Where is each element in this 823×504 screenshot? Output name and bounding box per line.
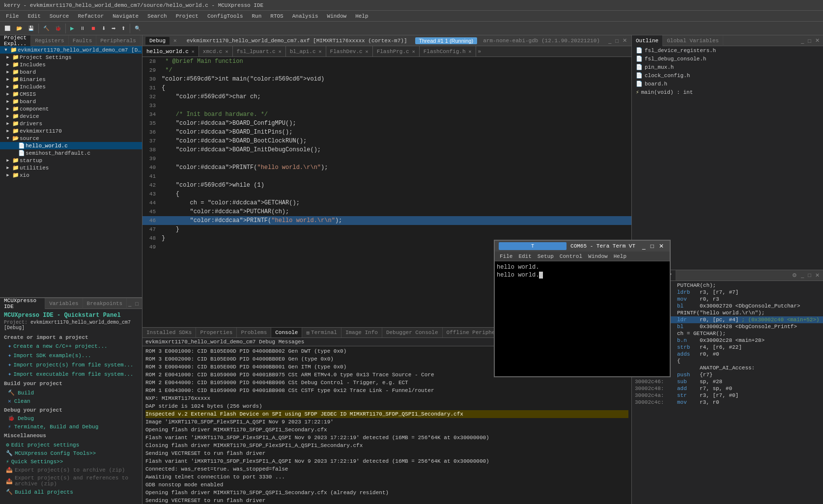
outline-item-board[interactable]: 📄 board.h [632,80,823,88]
tt-menu-help[interactable]: Help [611,253,629,260]
outline-close[interactable]: ✕ [814,37,821,44]
tera-term-minimize[interactable]: _ [640,243,648,250]
qs-misc-configtools[interactable]: 🔧 MCUXpresso Config Tools>> [0,449,142,457]
editor-tab-flashprg-close[interactable]: ✕ [412,49,415,55]
qs-link-import-project[interactable]: ✦ Import project(s) from file system... [0,360,142,369]
tree-item-4[interactable]: ▶📁Includes [0,83,142,90]
tree-item-8[interactable]: ▶📁device [0,112,142,120]
menu-configtools[interactable]: ConfigTools [203,12,247,20]
tab-faults[interactable]: Faults [69,35,97,46]
editor-tab-bl-api[interactable]: bl_api.c ✕ [286,46,326,57]
tt-menu-setup[interactable]: Setup [535,253,557,260]
tree-item-12[interactable]: 📄hello_world.c [0,142,142,149]
tera-term-window[interactable]: T COM65 - Tera Term VT _ □ ✕ File Edit S… [494,240,671,377]
tab-outline[interactable]: Outline [632,35,663,46]
toolbar-open[interactable]: 📂 [14,24,25,32]
disasm-minimize[interactable]: _ [799,272,805,279]
qs-terminate-item[interactable]: ⚡ Terminate, Build and Debug [0,422,142,431]
outline-maximize[interactable]: □ [806,37,813,44]
menu-rtos[interactable]: RTOS [266,12,287,20]
editor-tab-overflow[interactable]: » [476,48,483,56]
qs-misc-edit[interactable]: ⚙ Edit project settings [0,441,142,449]
qs-clean-item[interactable]: ✕ Clean [0,397,142,405]
console-tab-terminal[interactable]: ⊞Terminal [302,327,341,338]
debug-maximize[interactable]: □ [614,37,620,44]
console-tab-image-info[interactable]: Image Info [341,327,382,338]
tt-menu-control[interactable]: Control [557,253,585,260]
editor-tab-flashconfig-close[interactable]: ✕ [469,49,472,55]
tree-item-13[interactable]: 📄semihost_hardfault.c [0,149,142,157]
tab-registers[interactable]: Registers [31,35,68,46]
editor-tab-flashconfig[interactable]: FlashConfig.h ✕ [420,46,476,57]
tree-item-14[interactable]: ▶📁startup [0,157,142,164]
tt-menu-edit[interactable]: Edit [515,253,534,260]
toolbar-search[interactable]: 🔍 [132,24,143,32]
debug-tab-close[interactable]: ✕ [173,37,177,44]
disasm-maximize[interactable]: □ [806,272,813,279]
menu-help[interactable]: Help [351,12,372,20]
tree-item-10[interactable]: ▶📁evkmimxrt1170 [0,127,142,135]
debug-close[interactable]: ✕ [621,37,628,44]
editor-tab-fsl-lpuart[interactable]: fsl_lpuart.c ✕ [233,46,286,57]
tera-term-restore[interactable]: □ [649,243,656,250]
editor-tab-bl-api-close[interactable]: ✕ [319,49,322,55]
toolbar-stop[interactable]: ⏹ [88,24,98,32]
tree-item-6[interactable]: ▶📁board [0,98,142,105]
disasm-settings[interactable]: ⚙ [791,272,798,279]
outline-item-main[interactable]: ⚡ main(void) : int [632,88,823,96]
tab-global-vars[interactable]: Global Variables [663,35,723,46]
qs-maximize[interactable]: □ [134,300,140,307]
editor-tab-fsl-lpuart-close[interactable]: ✕ [279,49,282,55]
console-tab-console[interactable]: Console [271,327,302,338]
tree-root[interactable]: ▼ 📁 evkmimxrt1170_hello_world_demo_cm7 [… [0,46,142,54]
editor-tab-flashprg[interactable]: FlashPrg.c ✕ [373,46,420,57]
tab-project-explorer[interactable]: Project Expl... [0,35,31,46]
menu-edit[interactable]: Edit [24,12,44,20]
project-minimize[interactable]: _ [141,37,142,44]
qs-link-create[interactable]: ✦ Create a new C/C++ project... [0,341,142,351]
tab-variables[interactable]: Variables [45,298,83,309]
toolbar-step-return[interactable]: ⬆ [119,24,128,32]
tt-menu-file[interactable]: File [497,253,515,260]
menu-search[interactable]: Search [143,12,171,20]
tree-item-15[interactable]: ▶📁utilities [0,164,142,171]
tree-item-16[interactable]: ▶📁xio [0,171,142,179]
outline-item-pin-mux[interactable]: 📄 pin_mux.h [632,63,823,71]
tt-menu-window[interactable]: Window [585,253,611,260]
qs-link-import-exe[interactable]: ✦ Import executable from file system... [0,369,142,379]
editor-tab-flashdev-close[interactable]: ✕ [366,49,369,55]
tera-term-close[interactable]: ✕ [657,243,666,250]
qs-minimize[interactable]: _ [127,300,133,307]
tree-item-2[interactable]: ▶📁board [0,68,142,76]
menu-navigate[interactable]: Navigate [109,12,142,20]
disasm-close[interactable]: ✕ [814,272,821,279]
toolbar-suspend[interactable]: ⏸ [78,24,87,32]
qs-misc-build-all[interactable]: 🔨 Build all projects [0,488,142,496]
outline-minimize[interactable]: _ [799,37,805,44]
menu-analysis[interactable]: Analysis [288,12,322,20]
tree-item-0[interactable]: ▶📁Project Settings [0,54,142,61]
toolbar-step-over[interactable]: ➡ [109,24,118,32]
toolbar-resume[interactable]: ▶ [68,24,77,32]
toolbar-build[interactable]: 🔨 [41,24,52,32]
toolbar-debug[interactable]: 🐞 [53,24,63,32]
console-tab-properties[interactable]: Properties [196,327,237,338]
qs-misc-quicksettings[interactable]: ⚡ Quick Settings>> [0,457,142,466]
tree-item-5[interactable]: ▶📁CMSIS [0,90,142,98]
editor-tab-hello-world-close[interactable]: ✕ [192,49,195,55]
editor-tab-flashdev[interactable]: FlashDev.c ✕ [326,46,373,57]
tree-item-3[interactable]: ▶📁Binaries [0,76,142,83]
tree-item-11[interactable]: ▼📂source [0,135,142,142]
editor-tab-xmcd-close[interactable]: ✕ [225,49,228,55]
toolbar-step-into[interactable]: ⬇ [99,24,108,32]
toolbar-save[interactable]: 💾 [26,24,36,32]
outline-item-fsl-device[interactable]: 📄 fsl_device_registers.h [632,46,823,55]
menu-refactor[interactable]: Refactor [74,12,108,20]
qs-debug-item[interactable]: 🐞 Debug [0,414,142,422]
editor-tab-hello-world[interactable]: hello_world.c ✕ [142,46,199,57]
outline-item-fsl-debug[interactable]: 📄 fsl_debug_console.h [632,55,823,63]
console-tab-debugger[interactable]: Debugger Console [382,327,443,338]
menu-source[interactable]: Source [46,12,73,20]
console-tab-problems[interactable]: Problems [237,327,271,338]
debug-tab[interactable]: Debug [145,37,170,45]
